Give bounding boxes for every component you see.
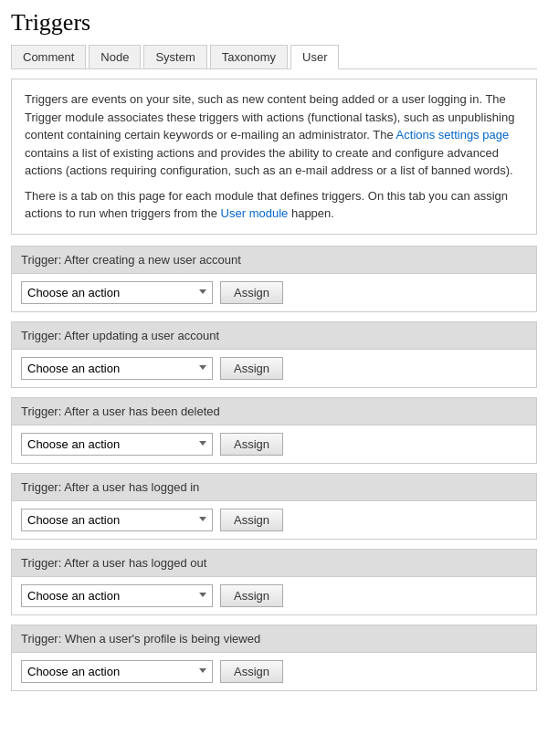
trigger-after-deleted-body: Choose an action Assign bbox=[12, 425, 536, 463]
tab-user[interactable]: User bbox=[290, 45, 339, 69]
trigger-profile-viewed-body: Choose an action Assign bbox=[12, 653, 536, 690]
trigger-after-creating-assign[interactable]: Assign bbox=[220, 281, 283, 304]
page-title: Triggers bbox=[11, 9, 537, 37]
trigger-after-updating-header: Trigger: After updating a user account bbox=[12, 322, 536, 350]
trigger-after-logged-out-header: Trigger: After a user has logged out bbox=[12, 550, 536, 577]
trigger-after-creating-body: Choose an action Assign bbox=[12, 274, 536, 311]
trigger-after-logged-out-body: Choose an action Assign bbox=[12, 577, 536, 614]
trigger-after-creating: Trigger: After creating a new user accou… bbox=[11, 246, 537, 312]
trigger-after-logged-in: Trigger: After a user has logged in Choo… bbox=[11, 473, 537, 540]
trigger-after-logged-in-body: Choose an action Assign bbox=[12, 501, 536, 539]
trigger-after-deleted-header: Trigger: After a user has been deleted bbox=[12, 398, 536, 425]
trigger-profile-viewed: Trigger: When a user's profile is being … bbox=[11, 625, 537, 691]
trigger-profile-viewed-header: Trigger: When a user's profile is being … bbox=[12, 625, 536, 653]
trigger-after-updating-select[interactable]: Choose an action bbox=[21, 357, 213, 380]
trigger-after-updating-assign[interactable]: Assign bbox=[220, 357, 283, 380]
tab-bar: Comment Node System Taxonomy User bbox=[11, 44, 537, 69]
trigger-after-logged-in-header: Trigger: After a user has logged in bbox=[12, 474, 536, 501]
trigger-after-deleted-select[interactable]: Choose an action bbox=[21, 433, 213, 456]
tab-taxonomy[interactable]: Taxonomy bbox=[210, 45, 288, 69]
description-paragraph-2: There is a tab on this page for each mod… bbox=[25, 187, 523, 223]
tab-system[interactable]: System bbox=[143, 45, 206, 69]
tab-comment[interactable]: Comment bbox=[11, 45, 86, 69]
trigger-after-updating-body: Choose an action Assign bbox=[12, 350, 536, 387]
trigger-after-creating-select[interactable]: Choose an action bbox=[21, 281, 213, 304]
tab-node[interactable]: Node bbox=[89, 45, 141, 69]
trigger-after-updating: Trigger: After updating a user account C… bbox=[11, 321, 537, 388]
description-box: Triggers are events on your site, such a… bbox=[11, 79, 537, 235]
trigger-profile-viewed-assign[interactable]: Assign bbox=[220, 660, 283, 683]
actions-settings-link[interactable]: Actions settings page bbox=[396, 128, 510, 142]
trigger-after-logged-in-select[interactable]: Choose an action bbox=[21, 509, 213, 531]
trigger-profile-viewed-select[interactable]: Choose an action bbox=[21, 660, 213, 683]
user-module-link[interactable]: User module bbox=[221, 206, 289, 220]
trigger-after-logged-out-assign[interactable]: Assign bbox=[220, 584, 283, 607]
trigger-after-deleted-assign[interactable]: Assign bbox=[220, 433, 283, 456]
trigger-after-deleted: Trigger: After a user has been deleted C… bbox=[11, 397, 537, 464]
trigger-after-logged-in-assign[interactable]: Assign bbox=[220, 509, 283, 531]
trigger-after-creating-header: Trigger: After creating a new user accou… bbox=[12, 247, 536, 274]
trigger-after-logged-out-select[interactable]: Choose an action bbox=[21, 584, 213, 607]
trigger-after-logged-out: Trigger: After a user has logged out Cho… bbox=[11, 549, 537, 615]
description-paragraph-1: Triggers are events on your site, such a… bbox=[25, 90, 523, 180]
